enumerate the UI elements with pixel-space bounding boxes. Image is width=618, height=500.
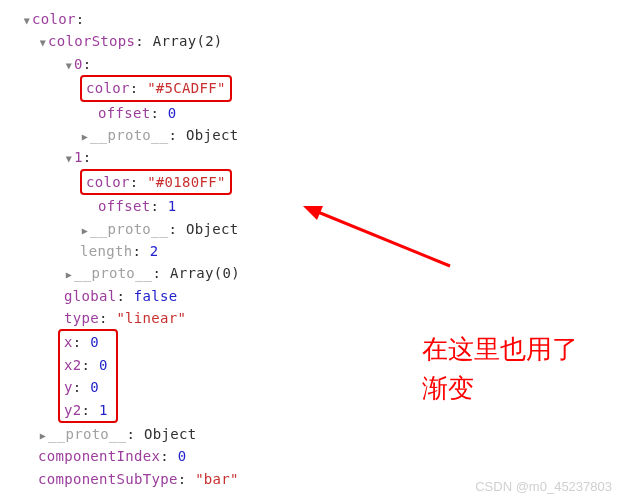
- prop-key: color: [86, 80, 130, 96]
- tree-row-y2[interactable]: y2: 1: [64, 399, 108, 421]
- prop-val: 0: [90, 379, 99, 395]
- chevron-right-icon: ▶: [38, 428, 48, 444]
- prop-val: "bar": [195, 471, 239, 487]
- prop-key: componentSubType: [38, 471, 178, 487]
- prop-key: 0: [74, 56, 83, 72]
- prop-key: offset: [98, 105, 150, 121]
- prop-val: 0: [99, 357, 108, 373]
- prop-key: colorStops: [48, 33, 135, 49]
- prop-key: x: [64, 334, 73, 350]
- tree-row-color[interactable]: ▼color:: [8, 8, 618, 30]
- annotation-line1: 在这里也用了: [422, 330, 578, 369]
- tree-row-length[interactable]: length: 2: [8, 240, 618, 262]
- chevron-down-icon: ▼: [64, 58, 74, 74]
- prop-key: color: [86, 174, 130, 190]
- tree-row-index0[interactable]: ▼0:: [8, 53, 618, 75]
- tree-row-proto1[interactable]: ▶__proto__: Object: [8, 218, 618, 240]
- prop-val: Array(2): [153, 33, 223, 49]
- prop-val: 0: [178, 448, 187, 464]
- tree-row-color0[interactable]: color: "#5CADFF": [8, 75, 618, 101]
- chevron-down-icon: ▼: [64, 151, 74, 167]
- highlight-box-coords: x: 0 x2: 0 y: 0 y2: 1: [58, 329, 118, 423]
- highlight-box: color: "#0180FF": [80, 169, 232, 195]
- prop-key: type: [64, 310, 99, 326]
- prop-key: __proto__: [90, 127, 169, 143]
- prop-val: 1: [99, 402, 108, 418]
- prop-val: "linear": [116, 310, 186, 326]
- highlight-box: color: "#5CADFF": [80, 75, 232, 101]
- prop-val: 2: [150, 243, 159, 259]
- chevron-right-icon: ▶: [80, 129, 90, 145]
- tree-row-offset0[interactable]: offset: 0: [8, 102, 618, 124]
- tree-row-offset1[interactable]: offset: 1: [8, 195, 618, 217]
- tree-row-proto0[interactable]: ▶__proto__: Object: [8, 124, 618, 146]
- tree-row-proto-arr[interactable]: ▶__proto__: Array(0): [8, 262, 618, 284]
- prop-key: y2: [64, 402, 81, 418]
- chevron-right-icon: ▶: [80, 223, 90, 239]
- prop-key: length: [80, 243, 132, 259]
- prop-key: global: [64, 288, 116, 304]
- prop-key: __proto__: [74, 265, 153, 281]
- tree-row-proto-obj[interactable]: ▶__proto__: Object: [8, 423, 618, 445]
- tree-row-y[interactable]: y: 0: [64, 376, 108, 398]
- prop-val: "#0180FF": [147, 174, 226, 190]
- prop-key: __proto__: [90, 221, 169, 237]
- prop-val: Array(0): [170, 265, 240, 281]
- chevron-down-icon: ▼: [38, 35, 48, 51]
- watermark-text: CSDN @m0_45237803: [475, 477, 612, 498]
- tree-row-type[interactable]: type: "linear": [8, 307, 618, 329]
- chevron-down-icon: ▼: [22, 13, 32, 29]
- tree-row-x2[interactable]: x2: 0: [64, 354, 108, 376]
- tree-row-colorstops[interactable]: ▼colorStops: Array(2): [8, 30, 618, 52]
- prop-key: __proto__: [48, 426, 127, 442]
- prop-key: y: [64, 379, 73, 395]
- prop-key: componentIndex: [38, 448, 160, 464]
- prop-val: 0: [168, 105, 177, 121]
- prop-key: color: [32, 11, 76, 27]
- annotation-text: 在这里也用了 渐变: [422, 330, 578, 408]
- annotation-line2: 渐变: [422, 369, 578, 408]
- prop-val: 0: [90, 334, 99, 350]
- prop-key: 1: [74, 149, 83, 165]
- prop-val: false: [134, 288, 178, 304]
- prop-val: Object: [144, 426, 196, 442]
- prop-val: 1: [168, 198, 177, 214]
- tree-row-global[interactable]: global: false: [8, 285, 618, 307]
- tree-row-color1[interactable]: color: "#0180FF": [8, 169, 618, 195]
- tree-row-index1[interactable]: ▼1:: [8, 146, 618, 168]
- tree-row-x[interactable]: x: 0: [64, 331, 108, 353]
- prop-val: Object: [186, 221, 238, 237]
- prop-val: "#5CADFF": [147, 80, 226, 96]
- chevron-right-icon: ▶: [64, 267, 74, 283]
- prop-key: x2: [64, 357, 81, 373]
- tree-row-componentindex[interactable]: componentIndex: 0: [8, 445, 618, 467]
- prop-key: offset: [98, 198, 150, 214]
- prop-val: Object: [186, 127, 238, 143]
